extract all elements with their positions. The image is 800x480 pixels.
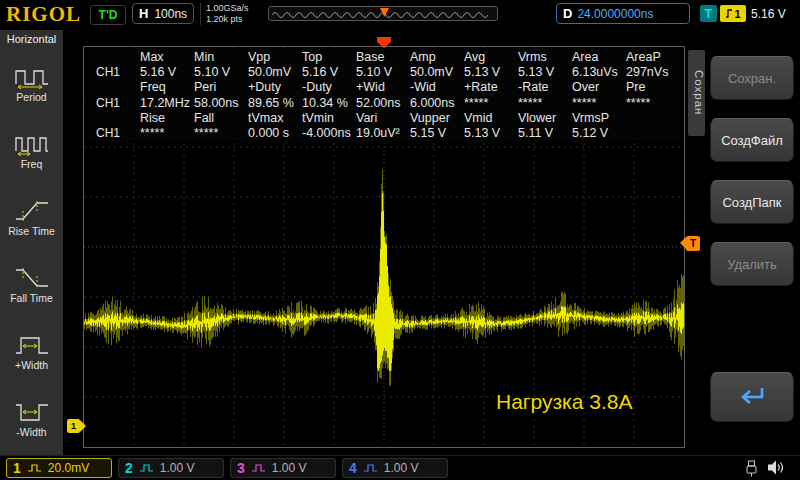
delay-value: 24.0000000ns [577, 7, 653, 21]
delete-button[interactable]: Удалить [710, 242, 794, 286]
load-annotation: Нагрузка 3.8A [496, 390, 632, 414]
channel1-level-marker[interactable]: 1 [67, 419, 80, 433]
channel-number: 3 [237, 460, 245, 476]
measure-cell: 6.13uVs [572, 65, 626, 79]
rise-time-icon [14, 199, 50, 223]
usb-icon [744, 460, 759, 477]
create-file-button[interactable]: СоздФайл [710, 118, 794, 162]
measure-cell: Vpp [248, 50, 302, 64]
fall-time-icon [14, 266, 50, 290]
sidebar-item-period[interactable]: Period [0, 50, 63, 117]
measure-cell: Vmid [464, 111, 518, 125]
save-button[interactable]: Сохран. [710, 56, 794, 100]
channel2-box[interactable]: 2 1.00 V [118, 458, 224, 478]
measure-row-label: CH1 [96, 65, 140, 79]
measure-cell: 10.34 % [302, 96, 356, 110]
measure-cell: VrmsP [572, 111, 626, 125]
sample-rate: 1.00GSa/s [206, 3, 249, 14]
sidebar-item-label: Fall Time [10, 292, 53, 304]
channel1-box[interactable]: 1 20.0mV [6, 458, 112, 478]
measure-cell: Vari [356, 111, 410, 125]
sidebar-item-plus-width[interactable]: +Width [0, 318, 63, 385]
measure-cell: -Rate [518, 80, 572, 94]
measurement-table: MaxMinVppTopBaseAmpAvgVrmsAreaAreaPCH15.… [84, 48, 684, 141]
measure-value-row: CH1**********0.000 s-4.000ns19.0uV²5.15 … [96, 125, 684, 140]
trigger-status-badge: T'D [90, 5, 126, 25]
measure-cell: Min [194, 50, 248, 64]
measure-cell: Max [140, 50, 194, 64]
top-bar: RIGOL T'D H 100ns 1.00GSa/s 1.20k pts D … [0, 0, 800, 30]
trigger-level-marker[interactable]: T [686, 236, 700, 251]
measure-header-row: RiseFalltVmaxtVminVariVupperVmidVlowerVr… [96, 110, 684, 125]
measure-cell: Freq [140, 80, 194, 94]
sidebar-item-fall-time[interactable]: Fall Time [0, 251, 63, 318]
delay-readout[interactable]: D 24.0000000ns [556, 3, 690, 24]
measure-cell: 5.16 V [140, 65, 194, 79]
channel-scale: 1.00 V [160, 461, 195, 475]
coupling-icon [139, 463, 154, 473]
sidebar-item-label: +Width [15, 359, 48, 371]
measure-cell: ***** [626, 96, 680, 110]
sidebar-item-freq[interactable]: Freq [0, 117, 63, 184]
measure-cell: 297nVs [626, 65, 680, 79]
trigger-readout[interactable]: T 1 5.16 V [700, 3, 786, 24]
sidebar-item-label: Period [16, 91, 46, 103]
rigol-logo: RIGOL [6, 2, 81, 27]
bottom-bar: 1 20.0mV 2 1.00 V 3 1.00 V 4 1.00 V [0, 455, 800, 480]
measure-cell: 5.13 V [518, 65, 572, 79]
channel-scale: 20.0mV [48, 461, 89, 475]
measure-cell: 5.16 V [302, 65, 356, 79]
back-button[interactable] [710, 372, 794, 422]
measure-cell: -4.000ns [302, 126, 356, 140]
measure-row-label: CH1 [96, 96, 140, 110]
sidebar-item-minus-width[interactable]: -Width [0, 385, 63, 452]
measure-cell: Top [302, 50, 356, 64]
channel4-box[interactable]: 4 1.00 V [342, 458, 448, 478]
trigger-label: T [700, 5, 717, 22]
measure-cell: Fall [194, 111, 248, 125]
sidebar-item-label: -Width [16, 426, 46, 438]
measure-cell: 5.13 V [464, 126, 518, 140]
measure-cell: -Wid [410, 80, 464, 94]
measure-cell: 52.00ns [356, 96, 410, 110]
measure-cell: ***** [140, 126, 194, 140]
trigger-level: 5.16 V [749, 7, 786, 21]
sidebar-item-label: Freq [21, 158, 43, 170]
measure-cell: AreaP [626, 50, 680, 64]
measure-cell: 5.15 V [410, 126, 464, 140]
trigger-source-badge: 1 [720, 5, 746, 22]
measure-cell: Amp [410, 50, 464, 64]
measure-cell: Vlower [518, 111, 572, 125]
memory-depth: 1.20k pts [206, 14, 249, 25]
measure-cell: Rise [140, 111, 194, 125]
speaker-icon[interactable] [766, 459, 786, 476]
channel-number: 4 [349, 460, 357, 476]
measure-cell: +Duty [248, 80, 302, 94]
delay-label: D [563, 6, 572, 21]
timebase-readout[interactable]: H 100ns [132, 3, 194, 24]
measure-cell: 5.13 V [464, 65, 518, 79]
measure-cell: 89.65 % [248, 96, 302, 110]
measure-cell: Area [572, 50, 626, 64]
measure-cell: +Wid [356, 80, 410, 94]
sidebar-item-label: Rise Time [8, 225, 55, 237]
measure-cell: ***** [464, 96, 518, 110]
measure-cell: ***** [518, 96, 572, 110]
period-icon [14, 65, 50, 89]
measure-cell: 6.000ns [410, 96, 464, 110]
measure-cell: 50.0mV [410, 65, 464, 79]
sidebar-item-rise-time[interactable]: Rise Time [0, 184, 63, 251]
measure-header-row: FreqPeri+Duty-Duty+Wid-Wid+Rate-RateOver… [96, 80, 684, 95]
measure-value-row: CH15.16 V5.10 V50.0mV5.16 V5.10 V50.0mV5… [96, 64, 684, 79]
measure-cell: 58.00ns [194, 96, 248, 110]
measure-cell: Peri [194, 80, 248, 94]
channel3-box[interactable]: 3 1.00 V [230, 458, 336, 478]
measure-cell: ***** [194, 126, 248, 140]
waveform-overview-strip[interactable] [268, 6, 498, 21]
create-folder-button[interactable]: СоздПапк [710, 180, 794, 224]
measure-cell: +Rate [464, 80, 518, 94]
measure-row-label: CH1 [96, 126, 140, 140]
horizontal-measure-sidebar: Horizontal Period Freq Rise Time Fall Ti… [0, 30, 63, 455]
measure-value-row: CH117.2MHz58.00ns89.65 %10.34 %52.00ns6.… [96, 95, 684, 110]
measure-cell: ***** [572, 96, 626, 110]
